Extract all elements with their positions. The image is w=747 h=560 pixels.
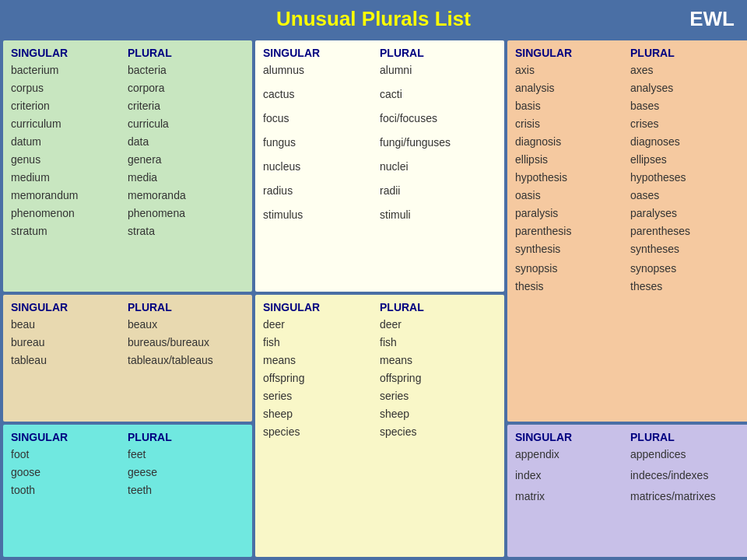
singular-header: SINGULAR [515,431,630,443]
list-item: paralysisparalyses [515,205,745,222]
list-item: basisbases [515,98,745,114]
singular-header: SINGULAR [11,301,128,313]
header: Unusual Plurals List EWL [0,0,747,37]
list-item: indexindeces/indexes [515,467,745,484]
panel-ix-ex: SINGULAR PLURAL appendixappendices index… [507,425,747,557]
panel-french: SINGULAR PLURAL beaubeaux bureaubureaus/… [3,295,252,421]
plural-header: PLURAL [128,431,244,443]
list-item: seriesseries [263,388,496,404]
list-item: focusfoci/focuses [263,110,496,127]
list-item: ellipsisellipses [515,152,745,168]
list-item: cactuscacti [263,86,496,103]
list-item: beaubeaux [11,317,244,333]
panel-latin-us: SINGULAR PLURAL alumnusalumni cactuscact… [255,40,504,292]
plural-header: PLURAL [630,431,745,443]
singular-header: SINGULAR [11,431,128,443]
list-item: diagnosisdiagnoses [515,134,745,150]
list-item: alumnusalumni [263,62,496,79]
list-item: radiusradii [263,183,496,199]
list-item: stratumstrata [11,223,244,240]
singular-header: SINGULAR [515,47,630,59]
plural-header: PLURAL [380,301,496,313]
list-item: sheepsheep [263,406,496,422]
list-item: bureaubureaus/bureaux [11,334,244,351]
list-item: appendixappendices [515,446,745,463]
list-item: oasisoases [515,187,745,204]
list-item: hypothesishypotheses [515,170,745,186]
list-item: goosegeese [11,464,244,481]
plural-header: PLURAL [128,47,244,59]
list-item: curriculumcurricula [11,116,244,132]
main-grid: SINGULAR PLURAL bacteriumbacteria corpus… [0,37,747,560]
list-item: genusgenera [11,152,244,168]
list-item: bacteriumbacteria [11,62,244,79]
plural-header: PLURAL [380,47,496,59]
panel-irregular: SINGULAR PLURAL footfeet goosegeese toot… [3,425,252,557]
list-item: corpuscorpora [11,80,244,96]
singular-header: SINGULAR [11,47,128,59]
plural-header: PLURAL [630,47,745,59]
list-item: matrixmatrices/matrixes [515,488,745,505]
singular-header: SINGULAR [263,301,380,313]
list-item: tableautableaux/tableaus [11,352,244,369]
list-item: synthesissyntheses [515,241,745,257]
list-item: datumdata [11,134,244,150]
list-item: phenomenonphenomena [11,205,244,222]
list-item: footfeet [11,446,244,463]
panel-same-form: SINGULAR PLURAL deerdeer fishfish meansm… [255,295,504,557]
list-item: deerdeer [263,317,496,333]
list-item: mediummedia [11,170,244,186]
list-item: offspringoffspring [263,370,496,387]
panel-latin-um: SINGULAR PLURAL bacteriumbacteria corpus… [3,40,252,292]
panel-greek-is: SINGULAR PLURAL axisaxes analysisanalyse… [507,40,747,422]
list-item: meansmeans [263,352,496,369]
list-item: analysisanalyses [515,80,745,96]
list-item: synopsissynopses [515,261,745,277]
list-item: criterioncriteria [11,98,244,114]
list-item: speciesspecies [263,424,496,440]
list-item: fungusfungi/funguses [263,135,496,151]
header-logo: EWL [688,7,735,31]
list-item: thesistheses [515,278,745,295]
list-item: crisiscrises [515,116,745,132]
list-item: axisaxes [515,62,745,79]
singular-header: SINGULAR [263,47,380,59]
list-item: fishfish [263,334,496,351]
list-item: toothteeth [11,482,244,499]
plural-header: PLURAL [128,301,244,313]
list-item: parenthesisparentheses [515,223,745,240]
page-title: Unusual Plurals List [59,7,688,31]
list-item: nucleusnuclei [263,159,496,175]
list-item: stimulusstimuli [263,207,496,223]
list-item: memorandummemoranda [11,187,244,204]
